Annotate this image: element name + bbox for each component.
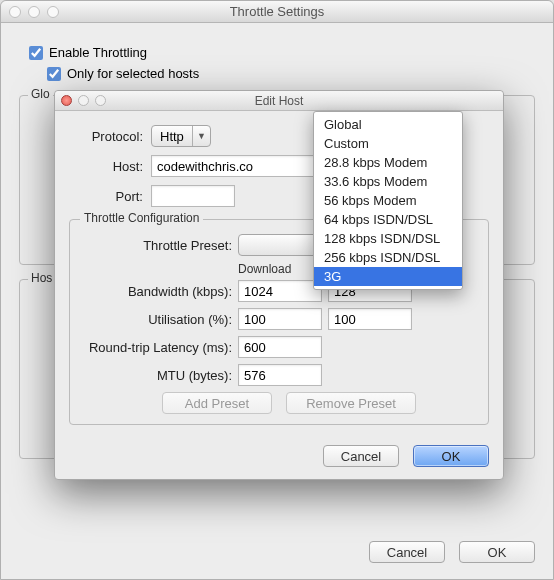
- sheet-cancel-button[interactable]: Cancel: [323, 445, 399, 467]
- main-traffic-lights: [9, 6, 59, 18]
- dropdown-item[interactable]: 128 kbps ISDN/DSL: [314, 229, 462, 248]
- only-selected-label: Only for selected hosts: [67, 66, 199, 81]
- close-icon[interactable]: [9, 6, 21, 18]
- dropdown-item[interactable]: Custom: [314, 134, 462, 153]
- protocol-value: Http: [152, 126, 192, 146]
- host-label: Host:: [69, 159, 143, 174]
- dropdown-item[interactable]: 56 kbps Modem: [314, 191, 462, 210]
- dropdown-item[interactable]: 3G: [314, 267, 462, 286]
- sheet-titlebar: Edit Host: [55, 91, 503, 111]
- hosts-groupbox-legend: Hos: [28, 271, 55, 285]
- dropdown-item[interactable]: 28.8 kbps Modem: [314, 153, 462, 172]
- remove-preset-button[interactable]: Remove Preset: [286, 392, 416, 414]
- sheet-close-icon[interactable]: [61, 95, 72, 106]
- utilisation-upload-input[interactable]: [328, 308, 412, 330]
- main-footer: Cancel OK: [369, 541, 535, 563]
- sheet-zoom-icon[interactable]: [95, 95, 106, 106]
- main-cancel-button[interactable]: Cancel: [369, 541, 445, 563]
- utilisation-download-input[interactable]: [238, 308, 322, 330]
- main-window-title: Throttle Settings: [1, 4, 553, 19]
- sheet-title: Edit Host: [55, 94, 503, 108]
- mtu-label: MTU (bytes):: [82, 368, 232, 383]
- add-preset-button[interactable]: Add Preset: [162, 392, 272, 414]
- rtt-input[interactable]: [238, 336, 322, 358]
- sheet-ok-button[interactable]: OK: [413, 445, 489, 467]
- throttle-config-legend: Throttle Configuration: [80, 211, 203, 225]
- zoom-icon[interactable]: [47, 6, 59, 18]
- bandwidth-label: Bandwidth (kbps):: [82, 284, 232, 299]
- port-input[interactable]: [151, 185, 235, 207]
- port-label: Port:: [69, 189, 143, 204]
- only-selected-row[interactable]: Only for selected hosts: [47, 66, 535, 81]
- dropdown-item[interactable]: 64 kbps ISDN/DSL: [314, 210, 462, 229]
- chevron-down-icon: ▼: [192, 126, 210, 146]
- sheet-traffic-lights: [61, 95, 106, 106]
- enable-throttling-row[interactable]: Enable Throttling: [29, 45, 535, 60]
- only-selected-checkbox[interactable]: [47, 67, 61, 81]
- enable-throttling-label: Enable Throttling: [49, 45, 147, 60]
- dropdown-item[interactable]: Global: [314, 115, 462, 134]
- protocol-label: Protocol:: [69, 129, 143, 144]
- throttle-preset-dropdown[interactable]: GlobalCustom28.8 kbps Modem33.6 kbps Mod…: [313, 111, 463, 290]
- minimize-icon[interactable]: [28, 6, 40, 18]
- main-ok-button[interactable]: OK: [459, 541, 535, 563]
- edit-host-dialog: Edit Host Protocol: Http ▼ Host: Port: T…: [54, 90, 504, 480]
- main-titlebar: Throttle Settings: [1, 1, 553, 23]
- protocol-select[interactable]: Http ▼: [151, 125, 211, 147]
- throttle-preset-label: Throttle Preset:: [82, 238, 232, 253]
- global-groupbox-legend: Glo: [28, 87, 53, 101]
- dropdown-item[interactable]: 256 kbps ISDN/DSL: [314, 248, 462, 267]
- sheet-footer: Cancel OK: [69, 435, 489, 467]
- sheet-minimize-icon[interactable]: [78, 95, 89, 106]
- bandwidth-download-input[interactable]: [238, 280, 322, 302]
- rtt-label: Round-trip Latency (ms):: [82, 340, 232, 355]
- mtu-input[interactable]: [238, 364, 322, 386]
- dropdown-item[interactable]: 33.6 kbps Modem: [314, 172, 462, 191]
- enable-throttling-checkbox[interactable]: [29, 46, 43, 60]
- utilisation-label: Utilisation (%):: [82, 312, 232, 327]
